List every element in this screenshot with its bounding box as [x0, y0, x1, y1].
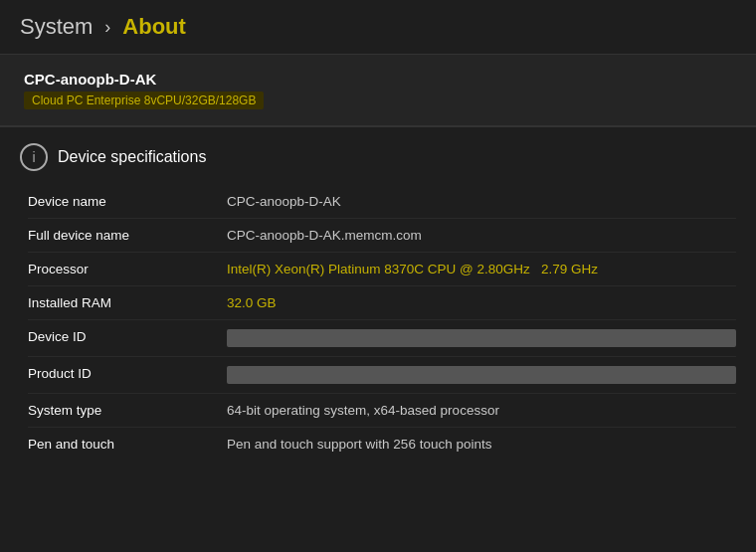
processor-value: Intel(R) Xeon(R) Platinum 8370C CPU @ 2.… — [227, 262, 736, 276]
specs-title: Device specifications — [58, 148, 206, 166]
table-row: Full device name CPC-anoopb-D-AK.memcm.c… — [28, 219, 736, 253]
table-row: Device ID — [28, 320, 736, 357]
table-row: Processor Intel(R) Xeon(R) Platinum 8370… — [28, 253, 736, 286]
device-id-label: Device ID — [28, 329, 227, 344]
info-icon: i — [32, 149, 35, 165]
table-row: Installed RAM 32.0 GB — [28, 286, 736, 320]
table-row: Pen and touch Pen and touch support with… — [28, 428, 736, 460]
specs-table: Device name CPC-anoopb-D-AK Full device … — [20, 185, 736, 460]
about-breadcrumb: About — [122, 14, 186, 40]
device-name-label: Device name — [28, 194, 227, 209]
table-row: Device name CPC-anoopb-D-AK — [28, 185, 736, 219]
pen-touch-label: Pen and touch — [28, 437, 227, 452]
device-badge: Cloud PC Enterprise 8vCPU/32GB/128GB — [24, 92, 264, 109]
system-type-label: System type — [28, 403, 227, 418]
device-name-section: CPC-anoopb-D-AK Cloud PC Enterprise 8vCP… — [0, 54, 756, 126]
processor-label: Processor — [28, 262, 227, 276]
pen-touch-value: Pen and touch support with 256 touch poi… — [227, 437, 736, 452]
product-id-value — [227, 366, 736, 384]
installed-ram-value: 32.0 GB — [227, 295, 736, 310]
system-type-value: 64-bit operating system, x64-based proce… — [227, 403, 736, 418]
table-row: Product ID — [28, 357, 736, 394]
product-id-label: Product ID — [28, 366, 227, 381]
full-device-name-label: Full device name — [28, 228, 227, 243]
device-main-name: CPC-anoopb-D-AK — [24, 71, 732, 88]
installed-ram-label: Installed RAM — [28, 295, 227, 310]
system-breadcrumb[interactable]: System — [20, 14, 93, 40]
full-device-name-value: CPC-anoopb-D-AK.memcm.com — [227, 228, 736, 243]
device-name-value: CPC-anoopb-D-AK — [227, 194, 736, 209]
table-row: System type 64-bit operating system, x64… — [28, 394, 736, 428]
specs-icon: i — [20, 143, 48, 171]
breadcrumb-arrow: › — [104, 17, 110, 38]
specs-header: i Device specifications — [20, 143, 736, 171]
page-header: System › About — [0, 0, 756, 54]
device-id-value — [227, 329, 736, 347]
device-specs-section: i Device specifications Device name CPC-… — [0, 127, 756, 476]
